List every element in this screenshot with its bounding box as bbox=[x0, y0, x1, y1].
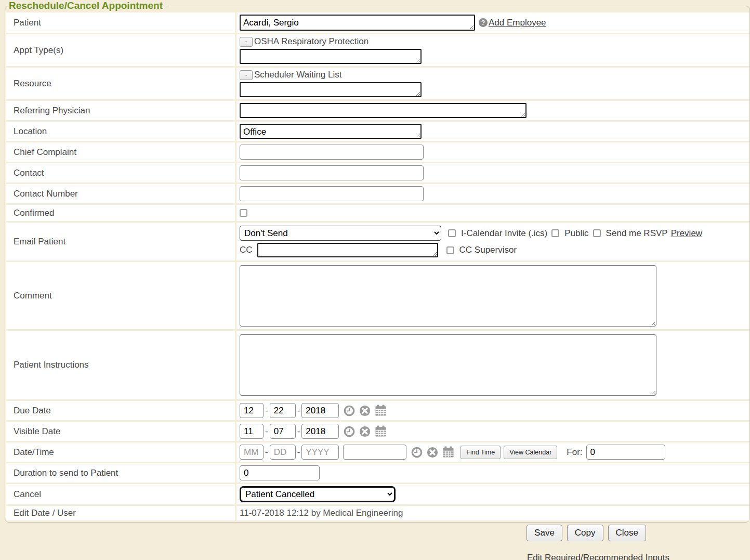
email-patient-label: Email Patient bbox=[6, 223, 235, 261]
row-confirmed: Confirmed bbox=[6, 205, 749, 221]
row-contact: Contact bbox=[6, 163, 749, 183]
clock-icon[interactable] bbox=[344, 405, 355, 416]
edit-date-user-value: 11-07-2018 12:12 by Medical Engineering bbox=[240, 508, 403, 518]
confirmed-checkbox[interactable] bbox=[240, 209, 247, 217]
public-checkbox[interactable] bbox=[551, 229, 559, 237]
row-chief-complaint: Chief Complaint bbox=[6, 142, 749, 162]
x-circle-icon[interactable] bbox=[427, 447, 438, 458]
public-label: Public bbox=[564, 228, 588, 239]
contact-number-label: Contact Number bbox=[6, 184, 235, 203]
patient-instructions-textarea[interactable] bbox=[240, 334, 656, 396]
page-title: Reschedule/Cancel Appointment bbox=[7, 0, 168, 11]
row-referring-physician: Referring Physician bbox=[6, 101, 749, 120]
cc-supervisor-label: CC Supervisor bbox=[459, 245, 517, 255]
row-date-time: Date/Time - - Find Time View Calendar Fo… bbox=[6, 442, 749, 462]
cc-label: CC bbox=[240, 245, 253, 255]
comment-textarea[interactable] bbox=[240, 265, 656, 327]
row-appt-types: Appt Type(s) - OSHA Respiratory Protecti… bbox=[6, 34, 749, 66]
due-date-day-input[interactable] bbox=[270, 403, 296, 418]
clock-icon[interactable] bbox=[344, 426, 355, 437]
send-me-rsvp-checkbox[interactable] bbox=[593, 229, 601, 237]
due-date-month-input[interactable] bbox=[240, 403, 264, 418]
calendar-icon[interactable] bbox=[375, 425, 387, 437]
date-time-time-input[interactable] bbox=[343, 445, 406, 460]
row-location: Location Office bbox=[6, 122, 749, 141]
x-circle-icon[interactable] bbox=[359, 426, 371, 437]
location-input[interactable]: Office bbox=[240, 124, 422, 139]
find-time-button[interactable]: Find Time bbox=[460, 446, 501, 459]
chief-complaint-input[interactable] bbox=[240, 145, 424, 160]
date-time-year-input[interactable] bbox=[301, 445, 339, 460]
row-visible-date: Visible Date - - bbox=[6, 422, 749, 441]
add-employee-link[interactable]: Add Employee bbox=[489, 18, 546, 28]
appt-type-search-input[interactable] bbox=[240, 49, 422, 64]
edit-required-inputs-link[interactable]: Edit Required/Recommended Inputs bbox=[527, 553, 669, 560]
cancel-reason-select[interactable]: Patient Cancelled bbox=[240, 486, 396, 502]
visible-date-year-input[interactable] bbox=[301, 424, 339, 439]
help-icon[interactable]: ? bbox=[479, 18, 488, 27]
for-input[interactable] bbox=[586, 445, 665, 460]
icalendar-invite-label: I-Calendar Invite (.ics) bbox=[461, 228, 547, 239]
date-time-day-input[interactable] bbox=[270, 445, 296, 460]
row-patient: Patient Acardi, Sergio ? Add Employee bbox=[6, 12, 749, 33]
date-time-label: Date/Time bbox=[6, 442, 235, 462]
calendar-icon[interactable] bbox=[375, 405, 387, 416]
row-edit-date-user: Edit Date / User 11-07-2018 12:12 by Med… bbox=[6, 506, 749, 520]
appt-type-selected: OSHA Respiratory Protection bbox=[254, 36, 369, 47]
cancel-label: Cancel bbox=[6, 484, 235, 504]
confirmed-label: Confirmed bbox=[6, 205, 235, 221]
resource-label: Resource bbox=[6, 68, 235, 99]
clock-icon[interactable] bbox=[411, 447, 423, 458]
remove-resource-button[interactable]: - bbox=[240, 70, 253, 80]
row-resource: Resource - Scheduler Waiting List bbox=[6, 68, 749, 99]
calendar-icon[interactable] bbox=[442, 446, 454, 458]
row-duration: Duration to send to Patient bbox=[6, 463, 749, 483]
svg-text:?: ? bbox=[481, 19, 485, 27]
appt-types-label: Appt Type(s) bbox=[6, 34, 235, 66]
close-button[interactable]: Close bbox=[608, 525, 646, 541]
chief-complaint-label: Chief Complaint bbox=[6, 142, 235, 162]
duration-input[interactable] bbox=[240, 465, 320, 480]
due-date-label: Due Date bbox=[6, 401, 235, 420]
icalendar-invite-checkbox[interactable] bbox=[448, 229, 456, 237]
date-separator: - bbox=[297, 447, 300, 458]
remove-appt-type-button[interactable]: - bbox=[240, 37, 253, 47]
patient-input[interactable]: Acardi, Sergio bbox=[240, 15, 475, 31]
edit-date-user-label: Edit Date / User bbox=[6, 506, 235, 520]
for-label: For: bbox=[567, 447, 582, 458]
contact-label: Contact bbox=[6, 163, 235, 183]
resource-selected: Scheduler Waiting List bbox=[254, 70, 342, 80]
action-buttons: Save Copy Close bbox=[527, 525, 646, 541]
copy-button[interactable]: Copy bbox=[567, 525, 603, 541]
contact-number-input[interactable] bbox=[240, 186, 424, 201]
date-separator: - bbox=[265, 426, 268, 437]
reschedule-cancel-form: Reschedule/Cancel Appointment Patient Ac… bbox=[5, 0, 750, 523]
visible-date-month-input[interactable] bbox=[240, 424, 264, 439]
email-send-select[interactable]: Don't Send bbox=[240, 226, 441, 241]
visible-date-day-input[interactable] bbox=[270, 424, 296, 439]
referring-physician-input[interactable] bbox=[240, 103, 527, 118]
due-date-year-input[interactable] bbox=[301, 403, 339, 418]
comment-label: Comment bbox=[6, 262, 235, 329]
contact-input[interactable] bbox=[240, 165, 424, 180]
view-calendar-button[interactable]: View Calendar bbox=[504, 446, 557, 459]
preview-link[interactable]: Preview bbox=[671, 228, 702, 239]
save-button[interactable]: Save bbox=[527, 525, 562, 541]
form-table: Patient Acardi, Sergio ? Add Employee Ap… bbox=[6, 12, 749, 520]
date-separator: - bbox=[297, 426, 300, 437]
row-cancel: Cancel Patient Cancelled bbox=[6, 484, 749, 504]
duration-label: Duration to send to Patient bbox=[6, 463, 235, 483]
row-contact-number: Contact Number bbox=[6, 184, 749, 203]
patient-instructions-label: Patient Instructions bbox=[6, 331, 235, 399]
row-email-patient: Email Patient Don't Send I-Calendar Invi… bbox=[6, 223, 749, 261]
x-circle-icon[interactable] bbox=[359, 405, 371, 416]
cc-input[interactable] bbox=[257, 243, 438, 257]
date-time-month-input[interactable] bbox=[240, 445, 264, 460]
cc-supervisor-checkbox[interactable] bbox=[446, 246, 454, 254]
patient-label: Patient bbox=[6, 12, 235, 33]
visible-date-label: Visible Date bbox=[6, 422, 235, 441]
location-label: Location bbox=[6, 122, 235, 141]
date-separator: - bbox=[297, 406, 300, 416]
resource-search-input[interactable] bbox=[240, 82, 422, 97]
date-separator: - bbox=[265, 406, 268, 416]
